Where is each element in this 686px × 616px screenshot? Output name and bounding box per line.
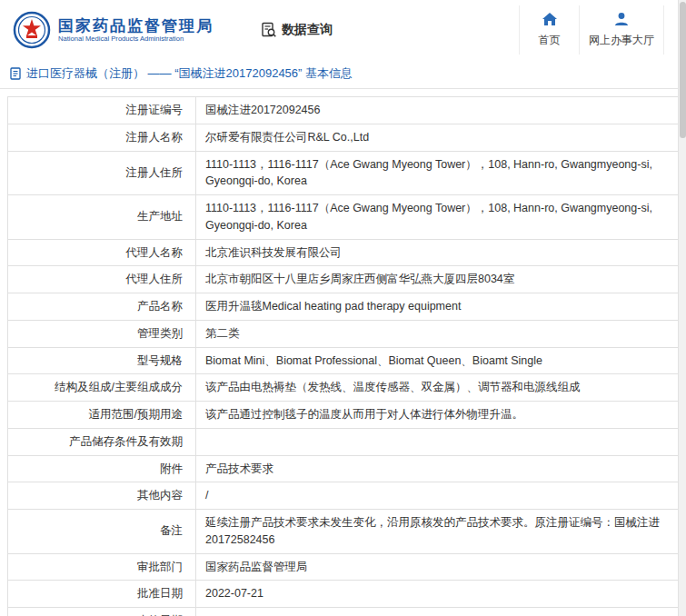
row-label: 附件 [8, 456, 196, 482]
row-label: 结构及组成/主要组成成分 [8, 374, 196, 401]
table-row: 批准日期2022-07-21 [8, 581, 678, 608]
row-value: 国械注进20172092456 [196, 97, 678, 124]
row-label: 批准日期 [8, 581, 196, 607]
row-value: 第二类 [196, 321, 678, 347]
table-row: 代理人名称北京准识科技发展有限公司 [8, 240, 678, 267]
table-row: 产品储存条件及有效期 [8, 429, 678, 456]
table-row: 生产地址1110-1113，1116-1117（Ace Gwang Myeong… [8, 195, 678, 240]
table-row: 附件产品技术要求 [8, 456, 678, 483]
table-row: 备注延续注册产品技术要求未发生变化，沿用原核发的产品技术要求。原注册证编号：国械… [8, 510, 678, 554]
row-label: 代理人住所 [8, 266, 196, 293]
home-icon [542, 12, 558, 29]
row-value: 尔研爱有限责任公司R&L Co.,Ltd [196, 124, 678, 151]
table-row: 注册人名称尔研爱有限责任公司R&L Co.,Ltd [8, 124, 678, 152]
row-label: 审批部门 [8, 554, 196, 581]
org-names: 国家药品监督管理局 National Medical Products Admi… [58, 17, 214, 44]
nav-online-hall[interactable]: 网上办事大厅 [579, 5, 664, 55]
row-value: 国家药品监督管理局 [196, 554, 678, 581]
row-label: 产品名称 [8, 293, 196, 320]
row-label: 注册证编号 [8, 97, 196, 124]
row-label: 适用范围/预期用途 [8, 402, 196, 428]
table-row: 审批部门国家药品监督管理局 [8, 554, 678, 581]
org-name-en: National Medical Products Administration [58, 35, 205, 43]
document-icon [9, 67, 22, 80]
row-value: 北京准识科技发展有限公司 [196, 240, 678, 266]
row-label: 代理人名称 [8, 240, 196, 266]
row-value: 该产品由电热褥垫（发热线、温度传感器、双金属）、调节器和电源线组成 [196, 374, 678, 401]
row-value: 延续注册产品技术要求未发生变化，沿用原核发的产品技术要求。原注册证编号：国械注进… [196, 510, 678, 553]
row-value: / [196, 482, 678, 509]
row-label: 注册人名称 [8, 124, 196, 151]
row-label: 产品储存条件及有效期 [8, 429, 196, 455]
table-row: 结构及组成/主要组成成分该产品由电热褥垫（发热线、温度传感器、双金属）、调节器和… [8, 374, 678, 402]
row-value: 该产品通过控制毯子的温度从而用于对人体进行体外物理升温。 [196, 402, 678, 428]
table-row: 代理人住所北京市朝阳区十八里店乡周家庄西侧富华弘燕大厦四层8034室 [8, 266, 678, 293]
row-label: 注册人住所 [8, 152, 196, 195]
row-value: 1110-1113，1116-1117（Ace Gwang Myeong Tow… [196, 195, 678, 239]
table-row: 生效日期2022-12-01 [8, 608, 678, 616]
row-value: 2022-12-01 [196, 608, 678, 616]
table-row: 注册人住所1110-1113，1116-1117（Ace Gwang Myeon… [8, 152, 678, 196]
national-emblem-logo [13, 11, 51, 49]
page-title: 进口医疗器械（注册） —— “国械注进20172092456” 基本信息 [26, 65, 353, 82]
row-value: 北京市朝阳区十八里店乡周家庄西侧富华弘燕大厦四层8034室 [196, 266, 678, 293]
row-label: 备注 [8, 510, 196, 553]
row-label: 其他内容 [8, 482, 196, 509]
row-value: 1110-1113，1116-1117（Ace Gwang Myeong Tow… [196, 152, 678, 195]
vertical-scrollbar[interactable] [678, 0, 686, 616]
row-label: 生产地址 [8, 195, 196, 239]
registration-info-table: 注册证编号国械注进20172092456 注册人名称尔研爱有限责任公司R&L C… [7, 96, 679, 616]
table-row: 注册证编号国械注进20172092456 [8, 97, 678, 124]
table-row: 其他内容/ [8, 482, 678, 510]
table-row: 型号规格Biomat Mini、Biomat Professional、Biom… [8, 348, 678, 375]
row-label: 生效日期 [8, 608, 196, 616]
nav-home[interactable]: 首页 [519, 5, 579, 55]
row-value: Biomat Mini、Biomat Professional、Biomat Q… [196, 348, 678, 374]
row-value: 医用升温毯Medical heating pad therapy equipme… [196, 293, 678, 320]
row-value: 2022-07-21 [196, 581, 678, 607]
data-query-label: 数据查询 [282, 22, 333, 38]
data-query-icon [261, 22, 277, 38]
nav-home-label: 首页 [539, 33, 561, 48]
data-query-tab[interactable]: 数据查询 [261, 22, 333, 38]
row-label: 管理类别 [8, 321, 196, 347]
org-name-cn: 国家药品监督管理局 [58, 17, 214, 35]
row-value: 产品技术要求 [196, 456, 678, 482]
table-row: 管理类别第二类 [8, 321, 678, 348]
row-label: 型号规格 [8, 348, 196, 374]
row-value [196, 429, 678, 455]
header: 国家药品监督管理局 National Medical Products Admi… [0, 0, 686, 58]
nav-online-hall-label: 网上办事大厅 [589, 33, 654, 48]
table-row: 适用范围/预期用途该产品通过控制毯子的温度从而用于对人体进行体外物理升温。 [8, 402, 678, 429]
person-icon [613, 12, 630, 29]
scrollbar-thumb[interactable] [680, 2, 686, 138]
title-bar: 进口医疗器械（注册） —— “国械注进20172092456” 基本信息 [0, 58, 686, 89]
table-row: 产品名称医用升温毯Medical heating pad therapy equ… [8, 293, 678, 321]
